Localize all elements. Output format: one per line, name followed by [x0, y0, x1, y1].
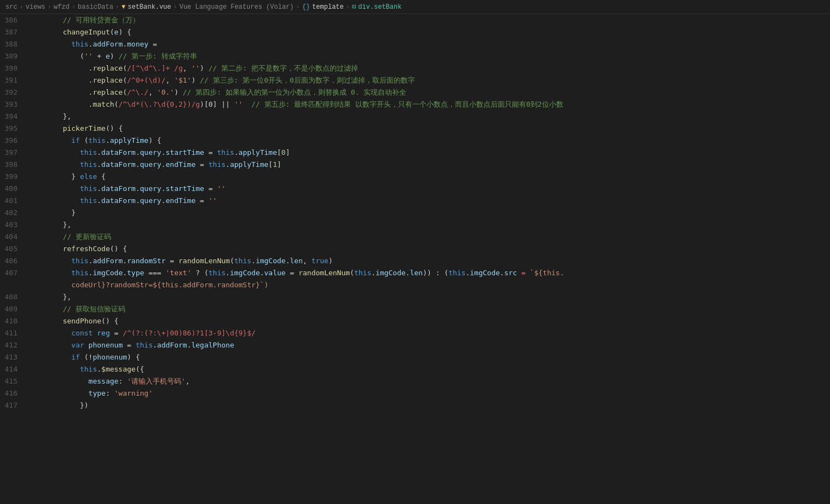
- line-code: this.imgCode.type === 'text' ? (this.img…: [28, 267, 564, 279]
- line-code: },: [28, 291, 71, 303]
- line-number: 402: [0, 207, 28, 219]
- code-line: 416 type: 'warning': [0, 387, 830, 399]
- line-code: this.dataForm.query.startTime = this.app…: [28, 147, 290, 159]
- code-line: 406 this.addForm.randomStr = randomLenNu…: [0, 255, 830, 267]
- line-number: 390: [0, 62, 28, 74]
- line-code: .replace(/[^\d^\.]+ /g, '') // 第二步: 把不是数…: [28, 62, 358, 74]
- line-number: [0, 279, 28, 291]
- sep3: ›: [72, 3, 76, 11]
- sep4: ›: [116, 3, 119, 11]
- line-number: 398: [0, 159, 28, 171]
- code-line: 396 if (this.applyTime) {: [0, 135, 830, 147]
- line-code: }): [28, 399, 89, 412]
- line-number: 394: [0, 111, 28, 123]
- breadcrumb-file-icon: ▼: [122, 3, 125, 11]
- line-number: 409: [0, 303, 28, 315]
- breadcrumb-div-setbank: div.setBank: [358, 3, 401, 11]
- breadcrumb-wfzd: wfzd: [54, 3, 70, 11]
- line-number: 413: [0, 351, 28, 363]
- line-code: const reg = /^(?:(?:\+|00)86)?1[3-9]\d{9…: [28, 327, 256, 339]
- line-code: } else {: [28, 171, 106, 183]
- line-code: this.dataForm.query.endTime = '': [28, 195, 217, 207]
- line-number: 411: [0, 327, 28, 339]
- line-number: 395: [0, 123, 28, 135]
- line-number: 412: [0, 339, 28, 351]
- line-code: if (!phonenum) {: [28, 351, 140, 363]
- breadcrumb-basicdata: basicData: [78, 3, 113, 11]
- line-code: this.$message({: [28, 363, 144, 375]
- code-line: 389 ('' + e) // 第一步: 转成字符串: [0, 50, 830, 62]
- breadcrumb-template-icon: {}: [302, 3, 310, 11]
- line-number: 386: [0, 14, 28, 26]
- line-number: 405: [0, 243, 28, 255]
- code-line: 399 } else {: [0, 171, 830, 183]
- line-code: // 可用转贷资金（万）: [28, 14, 140, 26]
- code-line: 411 const reg = /^(?:(?:\+|00)86)?1[3-9]…: [0, 327, 830, 339]
- line-code: .match(/^\d*(\.?\d{0,2})/g)[0] || '' // …: [28, 99, 563, 111]
- line-number: 391: [0, 74, 28, 86]
- breadcrumb-src: src: [5, 3, 18, 11]
- line-number: 400: [0, 183, 28, 195]
- code-line: 409 // 获取短信验证码: [0, 303, 830, 315]
- code-line: 405 refreshCode() {: [0, 243, 830, 255]
- line-code: this.dataForm.query.endTime = this.apply…: [28, 159, 281, 171]
- line-code: codeUrl}?randomStr=${this.addForm.random…: [28, 279, 268, 291]
- line-code: // 更新验证码: [28, 231, 111, 243]
- line-number: 404: [0, 231, 28, 243]
- line-number: 403: [0, 219, 28, 231]
- sep2: ›: [48, 3, 51, 11]
- line-number: 414: [0, 363, 28, 375]
- line-number: 406: [0, 255, 28, 267]
- line-code: },: [28, 111, 71, 123]
- line-code: },: [28, 219, 71, 231]
- line-number: 397: [0, 147, 28, 159]
- code-line: 393 .match(/^\d*(\.?\d{0,2})/g)[0] || ''…: [0, 99, 830, 111]
- code-line: 391 .replace(/^0+(\d)/, '$1') // 第三步: 第一…: [0, 74, 830, 86]
- breadcrumb-setbank: setBank.vue: [128, 3, 171, 11]
- line-code: sendPhone() {: [28, 315, 118, 327]
- line-code: refreshCode() {: [28, 243, 127, 255]
- line-code: type: 'warning': [28, 387, 153, 399]
- line-code: if (this.applyTime) {: [28, 135, 162, 147]
- editor-area: 386 // 可用转贷资金（万）387 changeInput(e) {388 …: [0, 14, 830, 504]
- code-line: 412 var phonenum = this.addForm.legalPho…: [0, 339, 830, 351]
- breadcrumb-views: views: [26, 3, 45, 11]
- code-line: 392 .replace(/^\./, '0.') // 第四步: 如果输入的第…: [0, 86, 830, 99]
- code-line: 408 },: [0, 291, 830, 303]
- code-line: codeUrl}?randomStr=${this.addForm.random…: [0, 279, 830, 291]
- code-line: 398 this.dataForm.query.endTime = this.a…: [0, 159, 830, 171]
- line-code: this.dataForm.query.startTime = '': [28, 183, 226, 195]
- code-line: 410 sendPhone() {: [0, 315, 830, 327]
- line-code: pickerTime() {: [28, 123, 123, 135]
- breadcrumb-bar: src › views › wfzd › basicData › ▼ setBa…: [0, 0, 830, 14]
- line-number: 401: [0, 195, 28, 207]
- line-code: // 获取短信验证码: [28, 303, 125, 315]
- line-number: 399: [0, 171, 28, 183]
- code-line: 397 this.dataForm.query.startTime = this…: [0, 147, 830, 159]
- line-number: 392: [0, 86, 28, 99]
- breadcrumb-volar: Vue Language Features (Volar): [180, 3, 294, 11]
- line-number: 416: [0, 387, 28, 399]
- line-number: 396: [0, 135, 28, 147]
- code-line: 395 pickerTime() {: [0, 123, 830, 135]
- line-code: .replace(/^\./, '0.') // 第四步: 如果输入的第一位为小…: [28, 86, 406, 99]
- line-code: message: '请输入手机号码',: [28, 375, 190, 387]
- breadcrumb-div-icon: ⊡: [352, 3, 356, 11]
- line-code: ('' + e) // 第一步: 转成字符串: [28, 50, 197, 62]
- line-number: 393: [0, 99, 28, 111]
- line-code: .replace(/^0+(\d)/, '$1') // 第三步: 第一位0开头…: [28, 74, 415, 86]
- line-number: 408: [0, 291, 28, 303]
- code-line: 402 }: [0, 207, 830, 219]
- code-line: 404 // 更新验证码: [0, 231, 830, 243]
- sep6: ›: [296, 3, 300, 11]
- line-number: 388: [0, 38, 28, 50]
- code-view[interactable]: 386 // 可用转贷资金（万）387 changeInput(e) {388 …: [0, 14, 830, 504]
- breadcrumb-template: template: [312, 3, 344, 11]
- line-number: 415: [0, 375, 28, 387]
- code-line: 401 this.dataForm.query.endTime = '': [0, 195, 830, 207]
- code-line: 394 },: [0, 111, 830, 123]
- sep5: ›: [173, 3, 177, 11]
- code-line: 403 },: [0, 219, 830, 231]
- code-line: 400 this.dataForm.query.startTime = '': [0, 183, 830, 195]
- line-code: var phonenum = this.addForm.legalPhone: [28, 339, 234, 351]
